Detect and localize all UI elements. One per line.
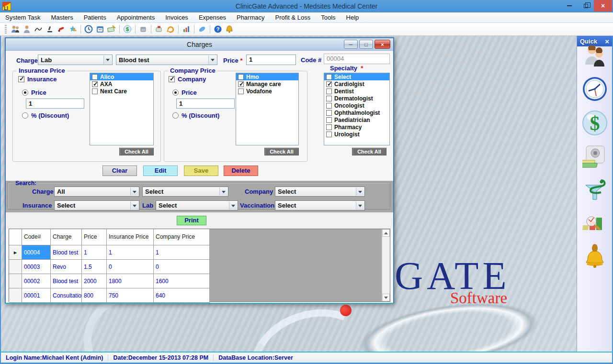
cell-code[interactable]: 00004 bbox=[22, 245, 51, 260]
list-item[interactable]: Hmo bbox=[236, 73, 298, 80]
print-button[interactable]: Print bbox=[177, 216, 206, 225]
payment-cheque-icon[interactable] bbox=[106, 24, 117, 34]
list-item[interactable]: Ophthalmologist bbox=[324, 109, 389, 116]
company-discount-radio-row[interactable]: % (Discount) bbox=[172, 112, 219, 119]
charge-type-dropdown[interactable]: Lab bbox=[38, 55, 113, 65]
item-checkbox[interactable] bbox=[238, 88, 244, 94]
cell-code[interactable]: 00003 bbox=[22, 260, 51, 274]
dialog-close-button[interactable]: × bbox=[375, 40, 390, 49]
calendar-icon[interactable] bbox=[94, 24, 106, 34]
insurance-price-radio[interactable] bbox=[22, 89, 28, 96]
quick-pharmacy-icon[interactable] bbox=[582, 178, 608, 207]
insurance-price-input[interactable]: 1 bbox=[26, 99, 84, 109]
menu-patients[interactable]: Patients bbox=[79, 13, 112, 22]
search-secondary-dropdown[interactable]: Select bbox=[142, 187, 228, 197]
company-checkbox[interactable] bbox=[169, 76, 175, 82]
list-item[interactable]: Cardiolgist bbox=[324, 80, 389, 88]
cell-price[interactable]: 1.5 bbox=[82, 260, 107, 274]
delete-button[interactable]: Delete bbox=[224, 165, 258, 176]
menu-expenses[interactable]: Expenses bbox=[193, 13, 231, 22]
company-price-radio[interactable] bbox=[172, 89, 179, 96]
cell-code[interactable]: 00002 bbox=[22, 274, 51, 288]
list-item[interactable]: Oncologist bbox=[324, 102, 389, 109]
grid-header-charge[interactable]: Charge bbox=[51, 229, 82, 245]
list-item[interactable]: Dentist bbox=[324, 88, 389, 95]
table-row[interactable]: 00004 Blood test 1 1 1 bbox=[9, 245, 210, 260]
item-checkbox[interactable] bbox=[92, 81, 98, 87]
list-item[interactable]: Manage care bbox=[236, 80, 298, 88]
edit-button[interactable]: Edit bbox=[143, 165, 178, 176]
cell-insurance-price[interactable]: 0 bbox=[107, 260, 154, 274]
charges-dialog-titlebar[interactable]: Charges ─ □ × bbox=[6, 38, 393, 51]
insurance-checkbox[interactable] bbox=[18, 76, 24, 82]
item-checkbox[interactable] bbox=[326, 110, 332, 116]
cell-insurance-price[interactable]: 1 bbox=[107, 245, 154, 260]
invoices-dollar-icon[interactable]: $ bbox=[122, 24, 133, 34]
menu-invoices[interactable]: Invoices bbox=[160, 13, 193, 22]
item-checkbox[interactable] bbox=[326, 88, 332, 94]
search-company-dropdown[interactable]: Select bbox=[275, 187, 365, 197]
company-checkbox-row[interactable]: Company bbox=[169, 76, 206, 83]
table-row[interactable]: 00003 Revo 1.5 0 0 bbox=[9, 260, 210, 274]
row-selector[interactable] bbox=[9, 288, 22, 303]
cell-price[interactable]: 2000 bbox=[82, 274, 107, 288]
quick-billing-dollar-icon[interactable]: $ bbox=[582, 110, 608, 138]
insurance-checkbox-row[interactable]: Insurance bbox=[18, 76, 57, 83]
row-selector[interactable] bbox=[9, 260, 22, 274]
row-selector[interactable] bbox=[9, 245, 22, 260]
menu-masters[interactable]: Masters bbox=[45, 13, 78, 22]
messages-quill-icon[interactable] bbox=[196, 24, 208, 34]
quick-appointments-clock-icon[interactable] bbox=[582, 76, 608, 104]
company-price-radio-row[interactable]: Price bbox=[172, 89, 197, 96]
search-vaccination-dropdown[interactable]: Select bbox=[275, 200, 365, 210]
search-lab-dropdown[interactable]: Select bbox=[156, 200, 238, 210]
quick-cash-safe-icon[interactable] bbox=[582, 144, 607, 172]
menu-profit-loss[interactable]: Profit & Loss bbox=[270, 13, 316, 22]
quick-reports-search-icon[interactable] bbox=[582, 213, 608, 241]
specialty-check-all-button[interactable]: Check All bbox=[352, 148, 386, 155]
cell-insurance-price[interactable]: 750 bbox=[107, 288, 154, 303]
scroll-up-icon[interactable] bbox=[382, 229, 390, 237]
item-checkbox[interactable] bbox=[238, 81, 244, 87]
list-item[interactable]: Urologist bbox=[324, 131, 389, 138]
price-input[interactable]: 1 bbox=[246, 55, 296, 65]
appointments-clock-icon[interactable] bbox=[83, 24, 94, 34]
insurance-discount-radio[interactable] bbox=[22, 112, 28, 119]
menu-appointments[interactable]: Appointments bbox=[112, 13, 160, 22]
menu-system-task[interactable]: System Task bbox=[0, 13, 45, 22]
cell-charge[interactable]: Blood test bbox=[51, 245, 82, 260]
refresh-arrow-icon[interactable] bbox=[165, 24, 176, 34]
cell-charge[interactable]: Consultation bbox=[51, 288, 82, 303]
cell-insurance-price[interactable]: 1800 bbox=[107, 274, 154, 288]
menu-help[interactable]: Help bbox=[341, 13, 364, 22]
prescription-pen-icon[interactable] bbox=[56, 24, 67, 34]
cell-company-price[interactable]: 1600 bbox=[154, 274, 210, 288]
microscope-icon[interactable] bbox=[44, 24, 56, 34]
search-charge-dropdown[interactable]: All bbox=[54, 187, 139, 197]
company-discount-radio[interactable] bbox=[172, 112, 179, 119]
pharmacy-box-icon[interactable] bbox=[153, 24, 165, 34]
list-item[interactable]: Select bbox=[324, 73, 389, 80]
alerts-bell-icon[interactable] bbox=[224, 24, 235, 34]
charge-item-dropdown[interactable]: Blood test bbox=[116, 55, 217, 65]
quick-patients-icon[interactable] bbox=[582, 44, 607, 71]
company-price-input[interactable]: 1 bbox=[176, 99, 235, 109]
help-icon[interactable]: ? bbox=[212, 24, 224, 34]
item-checkbox[interactable] bbox=[326, 81, 332, 87]
restore-button[interactable] bbox=[578, 0, 594, 11]
item-checkbox[interactable] bbox=[92, 74, 98, 80]
search-insurance-dropdown[interactable]: Select bbox=[54, 200, 139, 210]
patient-icon[interactable] bbox=[21, 24, 33, 34]
list-item[interactable]: Pharmacy bbox=[324, 123, 389, 131]
list-item[interactable]: Paediatrician bbox=[324, 116, 389, 123]
item-checkbox[interactable] bbox=[326, 74, 332, 80]
list-item[interactable]: AXA bbox=[90, 80, 153, 88]
signature-pen-icon[interactable] bbox=[33, 24, 44, 34]
menu-tools[interactable]: Tools bbox=[316, 13, 341, 22]
insurance-price-radio-row[interactable]: Price bbox=[22, 89, 46, 96]
list-item[interactable]: Alico bbox=[90, 73, 153, 80]
item-checkbox[interactable] bbox=[326, 132, 332, 137]
item-checkbox[interactable] bbox=[238, 74, 244, 80]
close-button[interactable]: × bbox=[594, 0, 612, 11]
minimize-button[interactable] bbox=[561, 0, 578, 11]
